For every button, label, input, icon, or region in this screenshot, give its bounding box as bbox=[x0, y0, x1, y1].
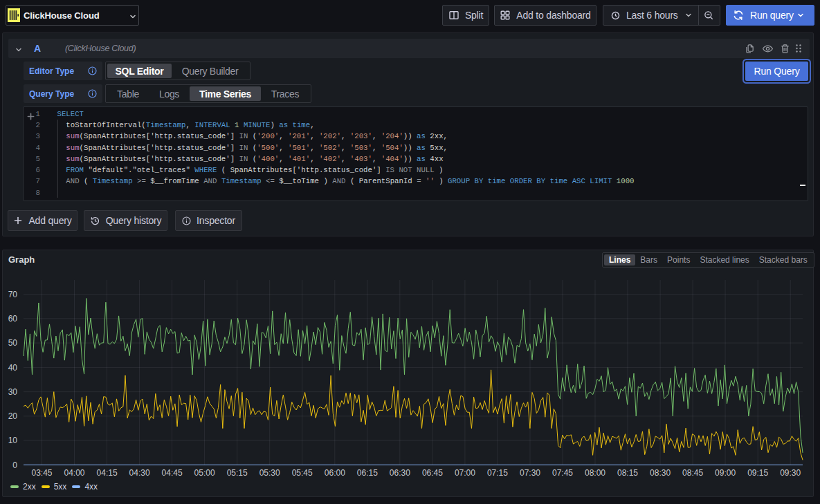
svg-text:04:15: 04:15 bbox=[97, 468, 118, 478]
svg-text:07:00: 07:00 bbox=[455, 468, 475, 478]
svg-text:30: 30 bbox=[8, 387, 18, 397]
svg-text:07:45: 07:45 bbox=[552, 468, 573, 478]
svg-text:0: 0 bbox=[12, 460, 17, 470]
svg-text:03:45: 03:45 bbox=[31, 468, 52, 478]
svg-text:07:15: 07:15 bbox=[487, 468, 508, 478]
svg-text:50: 50 bbox=[8, 338, 18, 348]
svg-text:04:00: 04:00 bbox=[64, 468, 84, 478]
svg-text:09:00: 09:00 bbox=[715, 468, 736, 478]
svg-text:09:30: 09:30 bbox=[780, 468, 801, 478]
svg-text:05:45: 05:45 bbox=[292, 468, 313, 478]
svg-text:08:15: 08:15 bbox=[617, 468, 638, 478]
svg-text:10: 10 bbox=[8, 436, 18, 445]
svg-text:04:30: 04:30 bbox=[129, 468, 150, 478]
svg-text:70: 70 bbox=[8, 290, 18, 299]
svg-text:05:00: 05:00 bbox=[194, 468, 215, 478]
svg-text:09:15: 09:15 bbox=[747, 468, 768, 478]
svg-text:06:15: 06:15 bbox=[357, 468, 378, 478]
svg-text:60: 60 bbox=[8, 314, 18, 324]
svg-text:06:45: 06:45 bbox=[422, 468, 443, 478]
svg-text:08:00: 08:00 bbox=[585, 468, 605, 478]
svg-text:06:30: 06:30 bbox=[390, 468, 410, 478]
svg-text:08:30: 08:30 bbox=[650, 468, 671, 478]
svg-text:20: 20 bbox=[8, 411, 18, 421]
svg-text:08:45: 08:45 bbox=[682, 468, 703, 478]
svg-text:05:30: 05:30 bbox=[259, 468, 280, 478]
svg-text:04:45: 04:45 bbox=[162, 468, 183, 478]
svg-text:06:00: 06:00 bbox=[325, 468, 345, 478]
svg-text:05:15: 05:15 bbox=[227, 468, 248, 478]
svg-text:07:30: 07:30 bbox=[520, 468, 540, 478]
svg-text:40: 40 bbox=[8, 363, 18, 373]
